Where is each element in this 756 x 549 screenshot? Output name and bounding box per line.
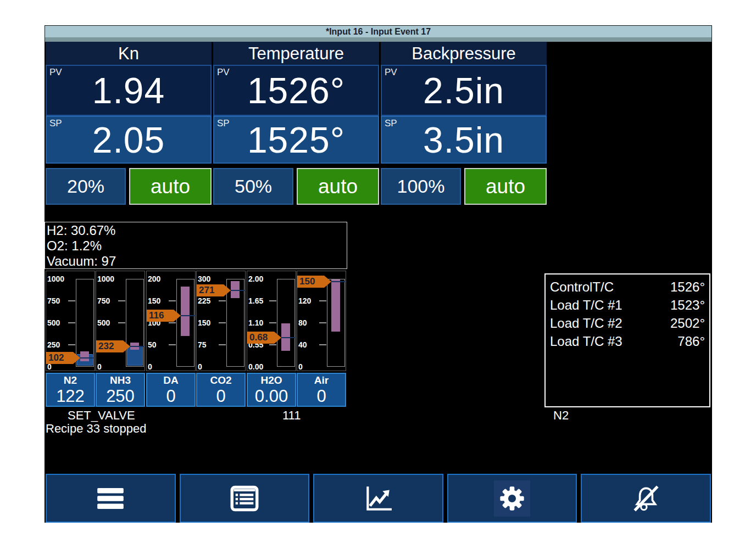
gas-flow-value: 122 [47,387,94,406]
temperature-pv-display: PV 1526° [213,65,379,116]
gas-flow-readout-da[interactable]: DA0 [146,373,196,407]
process-message-box: H2: 30.67% O2: 1.2% Vacuum: 97 [45,222,347,269]
gauge-tick-mark [169,344,176,345]
tc-value: 786° [677,332,705,350]
tc-value: 2502° [670,314,705,332]
gas-name: CO2 [197,374,244,387]
gas-flow-gauges: 10210007505002500N212223210007505002500N… [45,271,352,408]
loop-title: Kn [46,42,212,65]
gauge-tick-label: 2.00 [248,274,273,284]
gauge-track [277,279,295,367]
gauge-tick-mark [219,300,226,301]
gas-gauge-da: 116200150100500DA0 [146,271,196,371]
gauge-band [181,287,190,336]
gas-flow-readout-h2o[interactable]: H2O0.00 [247,373,296,407]
gas-name: Air [298,374,345,387]
backpressure-sp-display[interactable]: SP 3.5in [381,116,547,164]
hmi-screen: *Input 16 - Input Event 17 Kn PV 1.94 SP… [45,25,712,523]
gas-name: NH3 [97,374,144,387]
gauge-scale: 15012080400 [297,271,346,371]
temperature-auto-mode-button[interactable]: auto [297,168,379,205]
gas-flow-value: 0 [197,387,244,406]
gauge-tick-mark [68,344,75,345]
menu-button[interactable] [46,474,176,523]
trend-chart-button[interactable] [313,474,443,523]
tc-value: 1523° [670,296,705,314]
alarm-silence-button[interactable] [581,474,711,523]
backpressure-pv-value: 2.5in [382,66,546,115]
gauge-tick-mark [319,322,326,323]
gauge-tick-mark [269,300,276,301]
gear-icon [498,484,526,513]
temperature-pv-value: 1526° [214,66,378,115]
tc-label: Load T/C #1 [550,296,622,314]
gauge-tick-label: 0 [298,362,323,372]
gas-flow-value: 0 [147,387,194,406]
gas-flow-readout-air[interactable]: Air0 [297,373,346,407]
gas-select: N2 [553,408,569,423]
menu-icon [94,485,126,512]
tc-label: Load T/C #3 [550,332,622,350]
gas-gauge-n2: 10210007505002500N2122 [46,271,95,371]
loop-title: Backpressure [381,42,547,65]
gas-flow-readout-co2[interactable]: CO20 [196,373,246,407]
settings-button[interactable] [447,474,577,523]
gauge-tick-mark [319,300,326,301]
vacuum-reading: Vacuum: 97 [47,254,345,269]
temperature-sp-value: 1525° [214,117,378,163]
gauge-tick-mark [118,300,125,301]
tc-label: Load T/C #2 [550,314,622,332]
backpressure-auto-mode-button[interactable]: auto [464,168,547,205]
gauge-tick-mark [219,322,226,323]
gauge-scale: 116200150100500 [146,271,196,371]
event-banner[interactable]: *Input 16 - Input Event 17 [45,25,712,42]
gas-gauge-co2: 271300225150750CO20 [196,271,246,371]
loop-title: Temperature [213,42,379,65]
temperature-sp-display[interactable]: SP 1525° [213,116,379,164]
gauge-tick-label: 1000 [47,274,71,284]
bottom-toolbar [46,474,711,523]
recipe-list-icon [230,485,259,512]
gauge-tick-label: 0 [148,362,172,372]
backpressure-output-percent-button[interactable]: 100% [381,168,461,205]
alarm-silence-icon [631,484,662,513]
loop-column-backpressure: Backpressure PV 2.5in SP 3.5in 100% auto [381,42,547,205]
gauge-scale: 271300225150750 [196,271,246,371]
gas-gauge-nh3: 23210007505002500NH3250 [96,271,145,371]
temperature-output-percent-button[interactable]: 50% [213,168,293,205]
tc-row: Load T/C #3 786° [550,332,705,350]
gauge-tick-label: 0.00 [248,362,273,372]
recipe-status: Recipe 33 stopped [46,422,146,436]
tc-value: 1526° [670,278,705,296]
kn-sp-display[interactable]: SP 2.05 [46,116,212,164]
tc-row: ControlT/C 1526° [550,278,705,296]
gas-flow-value: 0.00 [248,387,295,406]
thermocouple-panel: ControlT/C 1526° Load T/C #1 1523° Load … [544,273,710,407]
gas-flow-readout-nh3[interactable]: NH3250 [96,373,145,407]
gauge-tick-label: 0 [198,362,222,372]
recipe-list-button[interactable] [180,474,310,523]
gauge-tick-mark [269,344,276,345]
gauge-tick-mark [269,322,276,323]
gas-flow-readout-n2[interactable]: N2122 [46,373,95,407]
gas-gauge-h2o: 0.682.001.651.100.550.00H2O0.00 [247,271,296,371]
gauge-tick-label: 200 [148,274,172,284]
gauge-tick-mark [169,322,176,323]
gauge-tick-mark [219,344,226,345]
kn-output-percent-button[interactable]: 20% [46,168,126,205]
event-value: 111 [282,408,301,423]
gauge-tick-label: 1000 [97,274,121,284]
gauge-scale: 10210007505002500 [46,271,95,371]
gas-name: H2O [248,374,295,387]
kn-pv-display: PV 1.94 [46,65,212,116]
kn-auto-mode-button[interactable]: auto [129,168,212,205]
tc-label: ControlT/C [550,278,614,296]
gauge-tick-mark [68,300,75,301]
event-name: SET_VALVE [68,408,135,423]
loop-column-kn: Kn PV 1.94 SP 2.05 20% auto [46,42,212,205]
gas-name: N2 [47,374,94,387]
gauge-tick-mark [68,322,75,323]
trend-chart-icon [363,484,393,513]
gauge-band [80,351,89,361]
backpressure-pv-display: PV 2.5in [381,65,547,116]
